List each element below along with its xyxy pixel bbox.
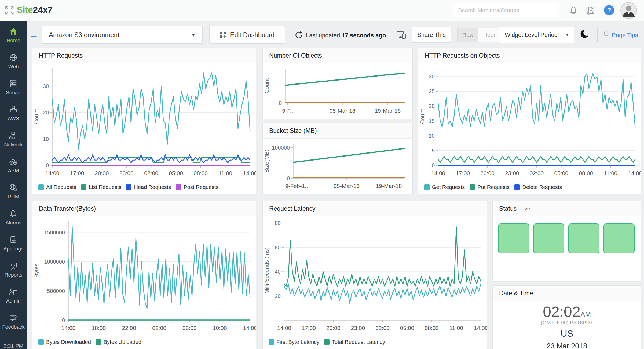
toggle-hour[interactable]: Hour — [478, 28, 500, 42]
legend-item[interactable]: Head Requests — [126, 184, 171, 190]
legend-item[interactable]: Post Requests — [176, 184, 218, 190]
legend-item[interactable]: Delete Requests — [514, 184, 562, 190]
sidebar-item-label: Admin — [6, 298, 21, 304]
svg-text:14:00: 14:00 — [474, 325, 487, 331]
legend-item[interactable]: List Requests — [81, 184, 121, 190]
status-square[interactable] — [498, 223, 529, 253]
tasks-icon[interactable] — [586, 5, 596, 16]
sidebar-item-applogs[interactable]: AppLogs — [3, 235, 23, 252]
devices-icon[interactable] — [397, 31, 406, 40]
svg-text:60: 60 — [275, 245, 281, 250]
svg-text:11:00: 11:00 — [604, 170, 617, 176]
svg-text:20:00: 20:00 — [480, 170, 495, 176]
sidebar-item-rum[interactable]: RUM — [8, 183, 19, 200]
status-squares — [493, 216, 641, 253]
legend-item[interactable]: Get Requests — [424, 184, 465, 190]
legend-item[interactable]: Total Request Latency — [324, 339, 385, 345]
share-this-button[interactable]: Share This — [412, 27, 451, 43]
data-transfer-chart[interactable]: 05000001000000150000014:0018:0022:0002:0… — [32, 216, 256, 335]
panel-bucket-size: Bucket Size (MB) 01000009-Feb-1..05-Mar-… — [262, 123, 413, 194]
panel-status: Status Live — [492, 201, 641, 281]
edit-dashboard-button[interactable]: Edit Dashboard — [209, 26, 285, 44]
panel-request-latency: Request Latency 2040608014:0017:0020:002… — [262, 201, 487, 349]
svg-text:0: 0 — [62, 317, 65, 323]
http-requests-chart[interactable]: 010203014:0017:0020:0023:0002:0005:0008:… — [32, 63, 256, 180]
page-tips-label: Page Tips — [612, 32, 638, 39]
status-square[interactable] — [603, 223, 635, 253]
status-square[interactable] — [568, 223, 599, 253]
edit-dashboard-label: Edit Dashboard — [230, 31, 275, 39]
panel-header: Date & Time — [493, 286, 641, 301]
dashboard-selector[interactable]: Amazon S3 environment ▼ — [42, 26, 203, 44]
status-square[interactable] — [533, 223, 564, 253]
legend-item[interactable]: Put Requests — [470, 184, 510, 190]
svg-text:10: 10 — [429, 133, 435, 139]
http-requests-on-objects-chart[interactable]: 05101520253014:0017:0020:0023:0002:0005:… — [418, 63, 641, 180]
request-latency-chart[interactable]: 2040608014:0017:0020:0023:0002:0005:0008… — [263, 216, 487, 335]
svg-text:Count: Count — [264, 78, 270, 93]
svg-text:19-Mar-18: 19-Mar-18 — [376, 183, 402, 189]
sidebar-item-reports[interactable]: Reports — [5, 261, 23, 278]
legend-swatch — [424, 184, 430, 190]
page-tips[interactable]: Page Tips — [603, 31, 638, 39]
legend-item[interactable]: First Byte Latency — [269, 339, 319, 345]
sidebar-item-label: Server — [6, 90, 21, 96]
toggle-raw[interactable]: Raw — [458, 28, 478, 42]
svg-text:20: 20 — [43, 110, 49, 115]
svg-text:02:00: 02:00 — [375, 325, 390, 331]
svg-text:05:00: 05:00 — [554, 170, 568, 176]
svg-text:23:00: 23:00 — [505, 170, 519, 176]
widget-level-period-select[interactable]: Widget Level Period ▼ — [500, 27, 574, 43]
sidebar-item-aws[interactable]: AWS — [8, 105, 19, 122]
status-live-badge: Live — [520, 206, 530, 212]
legend-label: Total Request Latency — [332, 339, 385, 345]
legend-swatch — [126, 184, 131, 190]
svg-text:02:00: 02:00 — [152, 325, 166, 331]
svg-text:20:00: 20:00 — [95, 170, 109, 176]
number-of-objects-chart[interactable]: 09-F..05-Mar-1819-Mar-18Count — [263, 63, 412, 119]
chart-svg: 05101520253014:0017:0020:0023:0002:0005:… — [418, 63, 641, 180]
sidebar-item-feedback[interactable]: Feedback — [2, 313, 24, 330]
help-icon[interactable]: ? — [604, 5, 614, 15]
svg-text:14:00: 14:00 — [243, 170, 256, 176]
sidebar-item-network[interactable]: Network — [4, 131, 23, 148]
expand-icon[interactable] — [4, 5, 14, 16]
sidebar-item-label: Reports — [5, 272, 23, 278]
clock-date: 23 Mar 2018 — [547, 342, 587, 349]
notifications-bell-icon[interactable] — [568, 5, 579, 16]
legend-label: Post Requests — [184, 184, 218, 190]
header-divider — [597, 28, 598, 42]
sidebar-item-web[interactable]: Web — [8, 53, 19, 70]
share-this-label: Share This — [417, 31, 446, 38]
sidebar: HomeWebServerAWSNetworkAPMRUMAlarmsAppLo… — [0, 21, 27, 349]
svg-text:0: 0 — [46, 162, 49, 168]
legend-label: All Requests — [46, 184, 76, 190]
legend-item[interactable]: Bytes Downloaded — [38, 339, 91, 345]
http-requests-on-objects-legend: Get RequestsPut RequestsDelete Requests — [418, 180, 641, 194]
svg-text:11:00: 11:00 — [218, 170, 232, 176]
panel-title: Request Latency — [269, 205, 316, 212]
refresh-icon[interactable] — [295, 31, 303, 39]
legend-label: List Requests — [89, 184, 121, 190]
sidebar-item-label: Home — [7, 38, 20, 43]
night-mode-moon-icon[interactable] — [580, 29, 590, 40]
sidebar-item-server[interactable]: Server — [6, 79, 21, 96]
svg-text:08:00: 08:00 — [425, 325, 439, 331]
applogs-icon — [9, 235, 18, 245]
svg-text:15: 15 — [429, 118, 435, 124]
sidebar-item-admin[interactable]: Admin — [6, 287, 21, 304]
sidebar-item-alarms[interactable]: Alarms — [5, 209, 21, 226]
back-arrow[interactable]: ← — [29, 29, 39, 40]
sidebar-item-home[interactable]: Home — [7, 27, 20, 43]
sidebar-item-apm[interactable]: APM — [8, 157, 19, 174]
svg-text:100000: 100000 — [272, 145, 290, 151]
bucket-size-chart[interactable]: 01000009-Feb-1..05-Mar-1819-Mar-18Size(M… — [263, 139, 412, 194]
legend-item[interactable]: Bytes Uploaded — [96, 339, 141, 345]
svg-text:20:00: 20:00 — [326, 325, 341, 331]
search-input[interactable] — [453, 3, 559, 17]
user-avatar[interactable] — [620, 2, 637, 19]
panel-header: Number Of Objects — [263, 48, 412, 63]
svg-text:11:00: 11:00 — [449, 325, 463, 331]
sidebar-nav: HomeWebServerAWSNetworkAPMRUMAlarmsAppLo… — [3, 27, 23, 313]
legend-item[interactable]: All Requests — [38, 184, 76, 190]
